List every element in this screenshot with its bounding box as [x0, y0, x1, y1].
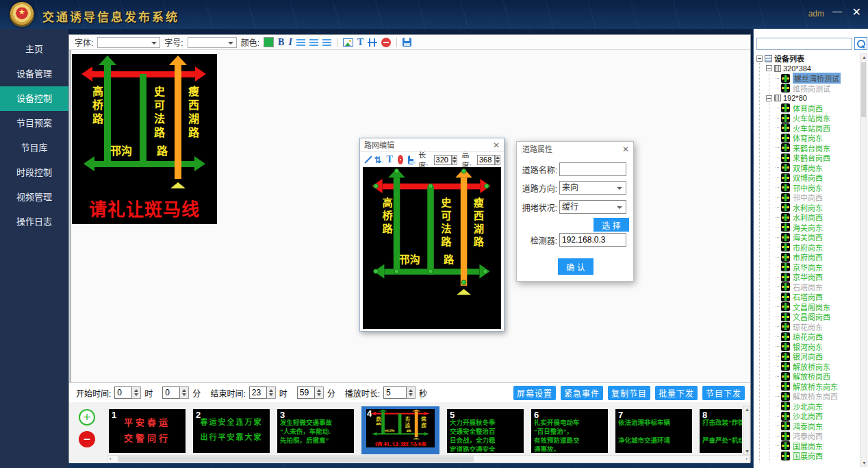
device-tree-item[interactable]: 海关岗西 [755, 232, 859, 243]
align-center-icon[interactable] [309, 39, 318, 46]
device-tree-item[interactable]: 鸿泰岗西 [755, 431, 859, 441]
collapse-icon[interactable] [766, 65, 772, 71]
close-icon[interactable]: ✕ [622, 142, 629, 157]
confirm-button[interactable]: 确 认 [558, 258, 593, 275]
device-tree-item[interactable]: 水利岗西 [755, 212, 859, 223]
device-tree-item[interactable]: 解放桥东岗东 [755, 382, 859, 392]
playlist-item[interactable]: 3 发生轻微交通事故 “人未伤，车能动. 先拍照，后撤离” [277, 409, 354, 453]
action-button[interactable]: 屏幕设置 [513, 386, 556, 400]
device-tree-item[interactable]: 京华岗东 [755, 262, 859, 273]
sidebar-item[interactable]: 设备控制 [0, 86, 68, 111]
draw-line-icon[interactable] [363, 156, 370, 164]
sidebar-item[interactable]: 操作日志 [0, 210, 68, 234]
playlist-item[interactable]: 8 打击改装“炸街 严查严处“机动 [700, 409, 742, 453]
device-tree-item[interactable]: 琼花岗东 [755, 322, 859, 332]
save-icon[interactable] [408, 156, 413, 164]
remove-program-button[interactable]: − [79, 431, 95, 447]
device-tree-item[interactable]: 京华岗西 [755, 272, 859, 282]
close-icon[interactable]: ✕ [852, 5, 861, 19]
end-minute-input[interactable] [297, 386, 315, 399]
device-tree-item[interactable]: 来鹤台岗西 [755, 153, 859, 163]
add-program-button[interactable]: + [79, 409, 95, 426]
device-tree-item[interactable]: 解放桥东岗西 [755, 391, 859, 402]
font-size-select[interactable] [188, 37, 237, 48]
select-detector-button[interactable]: 选 择 [593, 218, 629, 232]
playlist-item[interactable]: 5 大力开展秋冬季 交通安全整治百 日会战，全力稳 定道路交通安全 形势！ [447, 409, 524, 453]
end-hour-input[interactable] [249, 386, 267, 399]
dialog-title-bar[interactable]: 路网编辑 ✕ [360, 138, 504, 152]
font-select[interactable] [97, 37, 160, 48]
device-tree-item[interactable]: 市府岗东 [755, 243, 859, 253]
device-tree-item[interactable]: 解放桥岗西 [755, 371, 859, 382]
play-duration-input[interactable] [383, 386, 407, 399]
collapse-icon[interactable] [766, 95, 772, 101]
playlist-item[interactable]: 7 依法治理非标车辆 净化城市交通环境 [615, 409, 692, 453]
start-minute-spinner[interactable] [180, 386, 189, 399]
collapse-icon[interactable] [756, 56, 763, 62]
playlist-item[interactable]: 2 春运安全连万家 出行平安靠大家 [193, 409, 270, 453]
device-tree-item[interactable]: 螺丝湾桥测试 [755, 73, 859, 84]
play-duration-spinner[interactable] [407, 386, 416, 399]
device-tree-item[interactable]: 火车站岗东 [755, 113, 859, 123]
detector-input[interactable] [559, 233, 626, 247]
device-tree-item[interactable]: 火车站岗西 [755, 123, 859, 134]
device-tree-item[interactable]: 市府岗西 [755, 252, 859, 262]
device-tree-item[interactable]: 鸿泰岗东 [755, 421, 859, 432]
road-direction-select[interactable]: 来向 [559, 181, 626, 195]
height-input[interactable] [477, 155, 495, 165]
search-icon[interactable] [854, 37, 867, 50]
device-tree-root[interactable]: 设备列表 [755, 53, 859, 64]
start-minute-input[interactable] [162, 386, 180, 399]
panel-splitter[interactable] [69, 50, 71, 382]
device-tree-item[interactable]: 国展岗西 [755, 451, 859, 461]
device-tree-item[interactable]: 国展岗东 [755, 441, 859, 452]
device-tree-item[interactable]: 石塔岗东 [755, 282, 859, 293]
text-tool-icon[interactable]: T [386, 154, 392, 165]
sidebar-item[interactable]: 节目库 [0, 136, 68, 160]
congestion-select[interactable]: 缓行 [559, 200, 626, 214]
road-editor-canvas[interactable]: 高桥路 史可法路 瘦西湖路 邗沟 路 请礼让斑马线 [363, 167, 501, 329]
device-group[interactable]: 320*384 [755, 64, 859, 74]
playlist-horizontal-scrollbar[interactable]: ‹ › [107, 455, 750, 463]
sidebar-item[interactable]: 设备管理 [0, 62, 68, 86]
end-hour-spinner[interactable] [267, 386, 276, 399]
save-icon[interactable] [403, 38, 411, 47]
bold-button[interactable]: B [278, 37, 284, 48]
device-tree-item[interactable]: 银河岗西 [755, 352, 859, 362]
start-hour-spinner[interactable] [132, 386, 141, 399]
playlist-vertical-scrollbar[interactable]: ▲▼ [743, 406, 750, 455]
action-button[interactable]: 节目下发 [702, 386, 745, 400]
device-tree-item[interactable]: 双博岗西 [755, 173, 859, 183]
italic-button[interactable]: I [288, 37, 292, 48]
sidebar-item[interactable]: 时段控制 [0, 160, 68, 185]
device-tree-item[interactable]: 来鹤台岗东 [755, 143, 859, 153]
dialog-title-bar[interactable]: 道路属性 ✕ [517, 142, 633, 157]
device-tree-item[interactable]: 银河岗东 [755, 342, 859, 352]
length-input[interactable] [434, 155, 452, 165]
device-tree-item[interactable]: 海关岗东 [755, 223, 859, 233]
end-minute-spinner[interactable] [315, 386, 324, 399]
close-icon[interactable]: ✕ [493, 138, 500, 152]
device-tree-scrollbar[interactable]: ▲ ▼ [860, 53, 867, 467]
text-tool-icon[interactable]: T [357, 37, 363, 48]
length-spinner[interactable] [452, 155, 457, 165]
device-tree-item[interactable]: 文昌阁岗西 [755, 312, 859, 322]
device-tree-item[interactable]: 维扬岗测试 [755, 84, 859, 94]
road-network-icon[interactable] [368, 38, 377, 47]
sidebar-item[interactable]: 视频管理 [0, 185, 68, 210]
device-tree-item[interactable]: 文昌阁岗东 [755, 302, 859, 312]
scrollbar-thumb[interactable] [861, 62, 866, 117]
device-tree-item[interactable]: 石塔岗西 [755, 292, 859, 302]
insert-image-icon[interactable] [343, 38, 353, 47]
scrollbar-thumb[interactable] [118, 456, 474, 462]
two-way-road-icon[interactable]: ⇅ [374, 155, 382, 165]
device-tree-item[interactable]: 水利岗东 [755, 203, 859, 213]
device-tree-item[interactable]: 体育岗西 [755, 103, 859, 114]
playlist-item-selected[interactable]: 4 高桥路 史可法路 瘦西湖路 邗沟 路 请礼让斑马线 [361, 406, 439, 454]
device-tree-item[interactable]: 琼花岗西 [755, 332, 859, 342]
playlist-item[interactable]: 6 扎实开展电动车 “百日整治”， 有效预防道路交 通事故。 [531, 409, 608, 453]
align-right-icon[interactable] [322, 39, 331, 46]
sidebar-item[interactable]: 节目预案 [0, 111, 68, 136]
device-tree-item[interactable]: 邗中岗东 [755, 183, 859, 193]
align-left-icon[interactable] [296, 39, 305, 46]
